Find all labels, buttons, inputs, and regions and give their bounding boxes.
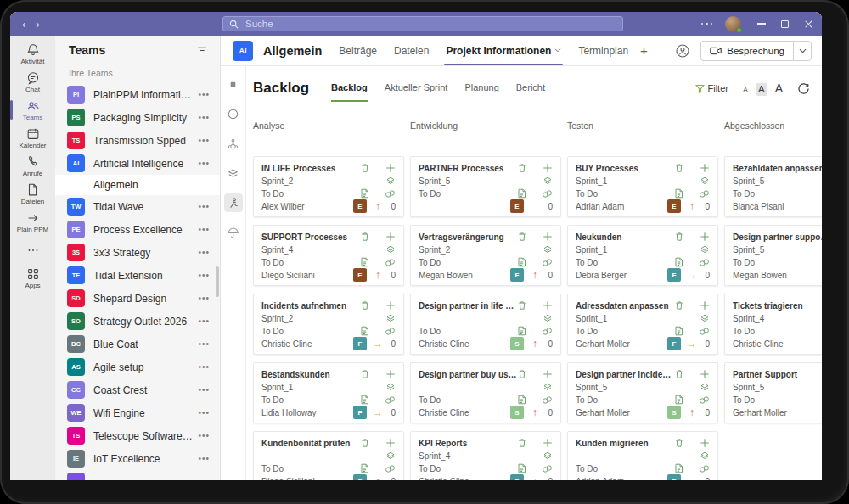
team-item[interactable]: IEIoT Excellence••• bbox=[55, 447, 220, 470]
backlog-stack-icon[interactable] bbox=[385, 382, 396, 392]
link-icon[interactable] bbox=[699, 395, 710, 405]
backlog-card[interactable]: Incidents aufnehmen Sprint_2 To Do Chris… bbox=[253, 294, 404, 355]
rail-item-apps[interactable]: Apps bbox=[10, 264, 55, 292]
team-item[interactable]: TETidal Extension••• bbox=[55, 264, 220, 287]
backlog-card[interactable]: KPI Reports Sprint_4 To Do Christie Clin… bbox=[410, 431, 561, 480]
add-icon[interactable] bbox=[385, 438, 396, 448]
agile-runner-icon[interactable] bbox=[224, 193, 243, 212]
backlog-card[interactable]: PARTNER Processes Sprint_5 To Do E bbox=[410, 156, 561, 217]
add-icon[interactable] bbox=[543, 438, 553, 448]
delete-icon[interactable] bbox=[674, 369, 684, 379]
meeting-button[interactable]: Besprechung bbox=[700, 41, 793, 61]
team-item[interactable]: BCBlue Coat••• bbox=[55, 333, 220, 356]
rail-item-chat[interactable]: Chat bbox=[10, 68, 55, 96]
team-more-icon[interactable]: ••• bbox=[194, 271, 210, 280]
document-icon[interactable] bbox=[360, 463, 369, 473]
team-item[interactable]: CCCoast Crest••• bbox=[55, 378, 220, 401]
backlog-stack-icon[interactable] bbox=[700, 451, 710, 461]
layers-icon[interactable] bbox=[224, 164, 243, 182]
delete-icon[interactable] bbox=[360, 369, 370, 379]
rail-item-plain-ppm[interactable]: Plain PPM bbox=[10, 208, 55, 236]
backlog-card[interactable]: Design partner incident user stories Spr… bbox=[567, 362, 718, 423]
backlog-card[interactable]: Kunden migrieren To Do Adrian Adam F → bbox=[567, 431, 718, 480]
delete-icon[interactable] bbox=[674, 163, 684, 173]
rail-item-aktivität[interactable]: Aktivität bbox=[10, 40, 55, 68]
document-icon[interactable] bbox=[517, 326, 526, 336]
document-icon[interactable] bbox=[517, 395, 526, 405]
channel-tab[interactable]: Terminplan bbox=[578, 36, 628, 65]
team-item[interactable]: TSTelescope Software for the Dominion••• bbox=[55, 424, 220, 447]
filter-button[interactable]: Filter bbox=[694, 83, 728, 94]
channel-members-icon[interactable] bbox=[675, 43, 690, 59]
team-item[interactable]: PSPackaging Simplicity••• bbox=[55, 106, 220, 129]
delete-icon[interactable] bbox=[517, 300, 527, 311]
add-icon[interactable] bbox=[700, 232, 710, 242]
backlog-stack-icon[interactable] bbox=[543, 313, 553, 323]
channel-tab[interactable]: Dateien bbox=[394, 36, 429, 65]
add-icon[interactable] bbox=[700, 369, 710, 379]
team-item[interactable]: TWTidal Wave••• bbox=[55, 195, 220, 218]
delete-icon[interactable] bbox=[674, 232, 684, 242]
back-icon[interactable]: ‹ bbox=[22, 19, 25, 30]
link-icon[interactable] bbox=[699, 464, 710, 473]
backlog-card[interactable]: IN LIFE Processes Sprint_2 To Do Alex Wi… bbox=[253, 156, 404, 217]
team-more-icon[interactable]: ••• bbox=[194, 113, 210, 122]
minimize-button[interactable] bbox=[757, 23, 766, 25]
link-icon[interactable] bbox=[385, 464, 396, 473]
info-icon[interactable] bbox=[224, 104, 243, 123]
document-icon[interactable] bbox=[674, 188, 683, 199]
filter-teams-icon[interactable] bbox=[196, 44, 208, 56]
backlog-card[interactable]: Adressdaten anpassen Sprint_1 To Do Gerh… bbox=[567, 294, 718, 355]
backlog-card[interactable]: Tickets triagieren Sprint_4 To Do Christ… bbox=[724, 294, 822, 355]
team-item[interactable]: SDShepard Design••• bbox=[55, 287, 220, 310]
backlog-card[interactable]: Vertragsverängerung Sprint_2 To Do Megan… bbox=[410, 225, 561, 286]
add-icon[interactable] bbox=[385, 232, 396, 242]
backlog-stack-icon[interactable] bbox=[385, 313, 396, 323]
close-button[interactable] bbox=[804, 20, 813, 29]
backlog-stack-icon[interactable] bbox=[385, 176, 396, 186]
document-icon[interactable] bbox=[360, 188, 369, 199]
backlog-tab[interactable]: Bericht bbox=[516, 82, 545, 94]
delete-icon[interactable] bbox=[674, 438, 684, 448]
backlog-card[interactable]: BUY Processes Sprint_1 To Do Adrian Adam… bbox=[567, 156, 718, 217]
team-item[interactable]: AIArtificial Intelligence••• bbox=[55, 152, 220, 175]
link-icon[interactable] bbox=[542, 464, 553, 473]
delete-icon[interactable] bbox=[517, 163, 527, 173]
link-icon[interactable] bbox=[385, 258, 396, 267]
document-icon[interactable] bbox=[674, 257, 683, 267]
team-more-icon[interactable]: ••• bbox=[194, 408, 210, 417]
rail-item-more[interactable] bbox=[10, 236, 55, 264]
network-icon[interactable] bbox=[224, 134, 243, 153]
team-more-icon[interactable]: ••• bbox=[194, 454, 210, 463]
team-more-icon[interactable]: ••• bbox=[194, 385, 210, 395]
backlog-stack-icon[interactable] bbox=[543, 451, 553, 461]
square-icon[interactable] bbox=[224, 75, 243, 93]
link-icon[interactable] bbox=[542, 189, 553, 199]
document-icon[interactable] bbox=[674, 395, 683, 405]
backlog-stack-icon[interactable] bbox=[700, 313, 710, 323]
backlog-card[interactable]: Partner Support Sprint_5 To Do Gerhart M… bbox=[724, 362, 822, 423]
backlog-card[interactable]: Design partner support user stories Spri… bbox=[724, 225, 822, 286]
delete-icon[interactable] bbox=[360, 163, 370, 173]
add-tab-icon[interactable]: + bbox=[640, 43, 648, 58]
add-icon[interactable] bbox=[543, 369, 553, 379]
document-icon[interactable] bbox=[674, 326, 683, 336]
document-icon[interactable] bbox=[517, 188, 526, 199]
team-more-icon[interactable]: ••• bbox=[194, 362, 210, 372]
add-icon[interactable] bbox=[700, 438, 710, 448]
team-item[interactable]: ASAgile setup••• bbox=[55, 356, 220, 378]
team-more-icon[interactable]: ••• bbox=[194, 136, 210, 145]
document-icon[interactable] bbox=[360, 257, 369, 267]
delete-icon[interactable] bbox=[360, 232, 370, 242]
backlog-card[interactable]: Design partner in life user stories To D… bbox=[410, 294, 561, 355]
add-icon[interactable] bbox=[385, 300, 396, 311]
team-more-icon[interactable]: ••• bbox=[194, 248, 210, 257]
link-icon[interactable] bbox=[542, 258, 553, 267]
add-icon[interactable] bbox=[385, 163, 396, 173]
channel-tab[interactable]: Projekt Informationen bbox=[446, 36, 561, 65]
backlog-tab[interactable]: Aktueller Sprint bbox=[385, 82, 448, 94]
link-icon[interactable] bbox=[699, 189, 710, 199]
link-icon[interactable] bbox=[699, 258, 710, 267]
add-icon[interactable] bbox=[543, 232, 553, 242]
team-item[interactable] bbox=[55, 470, 220, 480]
